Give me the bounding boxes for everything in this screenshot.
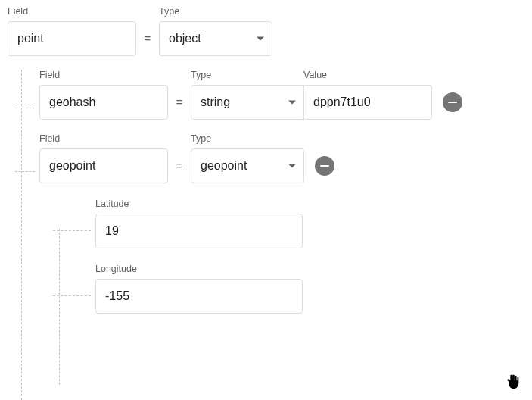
geohash-value: dppn7t1u0 bbox=[313, 95, 371, 109]
root-type-value: object bbox=[169, 32, 201, 45]
geopoint-field-input[interactable]: geopoint bbox=[39, 148, 168, 183]
geohash-field-input[interactable]: geohash bbox=[39, 85, 168, 120]
geopoint-type-value: geopoint bbox=[201, 159, 247, 173]
longitude-input[interactable]: -155 bbox=[95, 279, 303, 314]
field-label: Field bbox=[39, 133, 168, 144]
field-label: Field bbox=[8, 6, 136, 17]
value-label: Value bbox=[303, 70, 432, 80]
chevron-down-icon bbox=[257, 37, 264, 41]
chevron-down-icon bbox=[288, 101, 296, 105]
type-label: Type bbox=[159, 6, 272, 17]
minus-icon bbox=[448, 102, 457, 104]
field-label: Field bbox=[39, 70, 168, 80]
latitude-value: 19 bbox=[105, 224, 119, 238]
geohash-value-input[interactable]: dppn7t1u0 bbox=[303, 85, 432, 120]
latitude-input[interactable]: 19 bbox=[95, 214, 303, 248]
type-label: Type bbox=[191, 70, 304, 80]
geopoint-field-value: geopoint bbox=[49, 159, 95, 173]
longitude-label: Longitude bbox=[95, 264, 303, 274]
pan-hand-icon[interactable] bbox=[505, 373, 521, 394]
delete-button[interactable] bbox=[315, 156, 334, 176]
minus-icon bbox=[320, 165, 329, 167]
type-label: Type bbox=[191, 133, 304, 144]
longitude-value: -155 bbox=[105, 289, 129, 303]
equals-sign: = bbox=[168, 148, 191, 183]
geohash-field-value: geohash bbox=[49, 95, 95, 109]
longitude-row: Longitude -155 bbox=[8, 264, 524, 314]
geohash-type-value: string bbox=[201, 95, 230, 109]
root-field-value: point bbox=[17, 32, 44, 45]
child-row-geohash: Field geohash = Type string Value dppn7t… bbox=[8, 70, 524, 120]
child-row-geopoint: Field geopoint = Type geopoint bbox=[8, 133, 524, 183]
equals-sign: = bbox=[168, 85, 191, 120]
geohash-type-select[interactable]: string bbox=[191, 85, 304, 120]
root-field-input[interactable]: point bbox=[8, 21, 136, 56]
latitude-label: Latitude bbox=[95, 198, 303, 209]
geopoint-type-select[interactable]: geopoint bbox=[191, 148, 304, 183]
root-type-select[interactable]: object bbox=[159, 21, 272, 56]
latitude-row: Latitude 19 bbox=[8, 198, 524, 248]
chevron-down-icon bbox=[288, 164, 296, 168]
root-row: Field point = Type object bbox=[8, 6, 524, 56]
equals-sign: = bbox=[136, 21, 159, 56]
delete-button[interactable] bbox=[443, 92, 462, 112]
